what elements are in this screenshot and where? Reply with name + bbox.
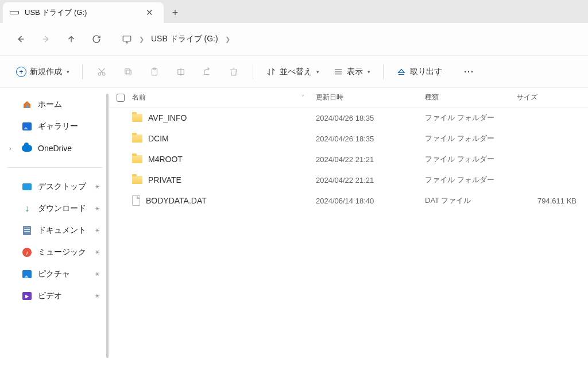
sidebar-item-desktop[interactable]: デスクトップ✶ — [0, 176, 109, 198]
folder-icon — [132, 176, 142, 184]
expand-icon: › — [9, 145, 16, 152]
new-tab-button[interactable]: + — [164, 2, 187, 23]
paste-button[interactable] — [142, 62, 167, 82]
sidebar-item-label: ビデオ — [38, 291, 62, 301]
folder-icon — [132, 155, 142, 163]
file-type: ファイル フォルダー — [425, 133, 517, 144]
folder-row[interactable]: DCIM2024/04/26 18:35ファイル フォルダー — [109, 128, 588, 149]
pin-icon: ✶ — [92, 203, 102, 213]
sidebar-item-label: OneDrive — [38, 144, 72, 153]
column-header-date[interactable]: 更新日時 — [316, 93, 425, 102]
sidebar-item-label: ギャラリー — [38, 121, 78, 132]
column-header-row: 名前 ˅ 更新日時 種類 サイズ — [109, 88, 588, 107]
sidebar-item-video[interactable]: ▶ビデオ✶ — [0, 285, 109, 307]
column-header-name[interactable]: 名前 ˅ — [132, 93, 316, 102]
sidebar: ホームギャラリー›OneDrive デスクトップ✶↓ダウンロード✶ドキュメント✶… — [0, 88, 109, 392]
column-header-type[interactable]: 種類 — [425, 93, 517, 102]
sidebar-item-label: ホーム — [38, 99, 62, 110]
file-list-pane: 名前 ˅ 更新日時 種類 サイズ AVF_INFO2024/04/26 18:3… — [109, 88, 588, 392]
sidebar-item-cloud[interactable]: ›OneDrive — [0, 137, 109, 159]
tab-bar: USB ドライブ (G:) ✕ + — [0, 0, 588, 23]
chevron-down-icon: ▾ — [368, 69, 370, 75]
address-location: USB ドライブ (G:) — [151, 34, 218, 44]
separator — [253, 64, 253, 79]
folder-row[interactable]: AVF_INFO2024/04/26 18:35ファイル フォルダー — [109, 107, 588, 128]
delete-button[interactable] — [222, 62, 246, 82]
sidebar-item-doc[interactable]: ドキュメント✶ — [0, 220, 109, 241]
back-button[interactable] — [10, 29, 31, 49]
close-tab-button[interactable]: ✕ — [142, 6, 157, 19]
pic-icon — [22, 269, 32, 279]
drive-icon — [10, 11, 19, 14]
rename-button[interactable] — [169, 62, 193, 82]
video-icon: ▶ — [22, 291, 32, 301]
file-row[interactable]: BODYDATA.DAT2024/06/14 18:40DAT ファイル794,… — [109, 190, 588, 211]
file-icon — [132, 195, 140, 206]
sidebar-item-label: デスクトップ — [38, 182, 86, 192]
eject-label: 取り出す — [410, 67, 442, 77]
file-date: 2024/06/14 18:40 — [316, 197, 425, 205]
svg-rect-0 — [123, 36, 131, 41]
view-button[interactable]: 表示 ▾ — [327, 62, 376, 82]
folder-row[interactable]: M4ROOT2024/04/22 21:21ファイル フォルダー — [109, 149, 588, 170]
sidebar-item-pic[interactable]: ピクチャ✶ — [0, 263, 109, 285]
file-size: 794,611 KB — [517, 197, 588, 205]
chevron-down-icon: ▾ — [67, 69, 69, 75]
separator — [7, 167, 102, 168]
select-all-checkbox[interactable] — [109, 94, 132, 102]
view-icon — [333, 67, 343, 77]
up-button[interactable] — [61, 29, 82, 49]
eject-icon — [396, 67, 407, 77]
share-button[interactable] — [195, 62, 219, 82]
file-type: ファイル フォルダー — [425, 175, 517, 185]
doc-icon — [22, 225, 32, 236]
file-name: BODYDATA.DAT — [146, 196, 207, 205]
tab[interactable]: USB ドライブ (G:) ✕ — [3, 2, 164, 23]
new-button[interactable]: + 新規作成 ▾ — [10, 62, 75, 82]
pin-icon: ✶ — [92, 291, 102, 301]
toolbar: + 新規作成 ▾ 並べ替え ▾ 表示 ▾ 取り出す ··· — [0, 55, 588, 87]
view-label: 表示 — [347, 67, 363, 77]
file-name: PRIVATE — [148, 175, 181, 185]
pin-icon: ✶ — [92, 247, 102, 257]
sidebar-item-download[interactable]: ↓ダウンロード✶ — [0, 198, 109, 220]
sidebar-item-label: ピクチャ — [38, 269, 70, 279]
sidebar-item-music[interactable]: ♪ミュージック✶ — [0, 241, 109, 263]
file-date: 2024/04/22 21:21 — [316, 155, 425, 164]
plus-circle-icon: + — [16, 67, 26, 77]
chevron-right-icon[interactable]: ❯ — [225, 36, 230, 43]
tab-title: USB ドライブ (G:) — [25, 7, 87, 18]
folder-icon — [132, 114, 142, 122]
sidebar-item-home[interactable]: ホーム — [0, 94, 109, 116]
file-type: DAT ファイル — [425, 195, 517, 206]
sort-button[interactable]: 並べ替え ▾ — [260, 62, 325, 82]
file-date: 2024/04/26 18:35 — [316, 134, 425, 143]
more-button[interactable]: ··· — [457, 62, 481, 82]
copy-button[interactable] — [116, 62, 140, 82]
svg-rect-4 — [125, 68, 130, 73]
file-name: AVF_INFO — [148, 113, 187, 122]
svg-rect-3 — [126, 70, 131, 75]
file-name: M4ROOT — [148, 155, 183, 164]
column-header-size[interactable]: サイズ — [517, 93, 588, 102]
folder-row[interactable]: PRIVATE2024/04/22 21:21ファイル フォルダー — [109, 170, 588, 190]
home-icon — [22, 99, 32, 110]
cut-button[interactable] — [90, 62, 114, 82]
sidebar-item-label: ダウンロード — [38, 203, 86, 214]
eject-button[interactable]: 取り出す — [390, 62, 448, 82]
separator — [82, 64, 83, 79]
refresh-button[interactable] — [86, 29, 107, 49]
folder-icon — [132, 134, 142, 143]
music-icon: ♪ — [22, 247, 32, 258]
pin-icon: ✶ — [92, 269, 102, 279]
pc-icon — [122, 34, 132, 44]
new-label: 新規作成 — [30, 67, 62, 77]
forward-button[interactable] — [36, 29, 56, 49]
file-name: DCIM — [148, 134, 169, 143]
download-icon: ↓ — [22, 203, 32, 214]
sidebar-item-gallery[interactable]: ギャラリー — [0, 116, 109, 137]
pin-icon: ✶ — [92, 182, 102, 191]
address-bar[interactable]: ❯ USB ドライブ (G:) ❯ — [122, 34, 230, 44]
chevron-right-icon: ❯ — [139, 36, 144, 43]
file-type: ファイル フォルダー — [425, 113, 517, 123]
